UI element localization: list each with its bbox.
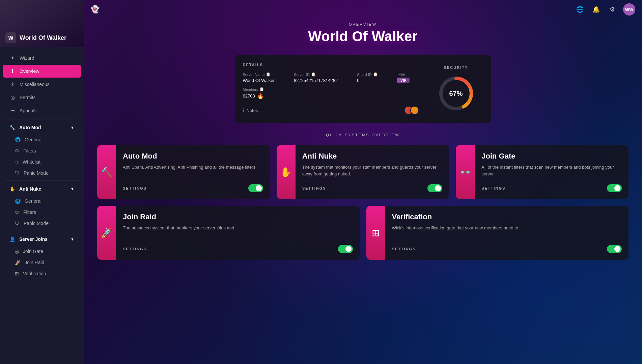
sidebar-section-anti-nuke[interactable]: ✋ Anti Nuke ▼ <box>3 183 81 195</box>
sidebar-item-auto-mod-panic[interactable]: 🛡 Panic Mode <box>3 168 81 178</box>
sidebar-section-auto-mod[interactable]: 🔧 Auto Mod ▼ <box>3 121 81 134</box>
fire-icon: 🔥 <box>257 93 264 99</box>
join-raid-toggle[interactable] <box>338 245 353 253</box>
join-raid-footer: SETTINGS <box>123 245 353 253</box>
join-raid-name: Join Raid <box>123 213 353 221</box>
page-content: OVERVIEW World Of Walker DETAILS Server … <box>84 19 642 364</box>
sidebar-section-server-joins[interactable]: 👤 Server Joins ▼ <box>3 233 81 245</box>
wizard-icon: ✦ <box>9 55 16 61</box>
sidebar-item-miscellaneous[interactable]: ✳ Miscellaneous <box>3 78 81 91</box>
copy-icon[interactable]: 📋 <box>266 72 271 77</box>
hammer-icon: 🔨 <box>101 167 113 178</box>
details-right: SECURITY 67% <box>429 63 483 115</box>
globe-icon: 🌐 <box>15 198 21 204</box>
sidebar-item-wizard[interactable]: ✦ Wizard <box>3 52 81 64</box>
notes-avatars <box>404 106 419 115</box>
anti-nuke-body: Anti Nuke The system that monitors your … <box>296 145 449 199</box>
sidebar-logo: W <box>5 32 16 43</box>
details-card: DETAILS Server Name 📋 World Of Walker Se… <box>235 55 491 123</box>
copy-icon[interactable]: 📋 <box>259 87 264 91</box>
sidebar-item-overview[interactable]: ℹ Overview <box>3 65 81 78</box>
copy-icon[interactable]: 📋 <box>373 72 378 77</box>
chevron-down-icon: ▼ <box>71 187 74 191</box>
details-left: DETAILS Server Name 📋 World Of Walker Se… <box>243 63 419 115</box>
join-gate-body: Join Gate All of the instant filters tha… <box>475 145 629 199</box>
filters-icon: ⚙ <box>15 209 19 215</box>
details-grid: Server Name 📋 World Of Walker Server ID … <box>243 72 419 83</box>
verification-settings-label: SETTINGS <box>392 247 416 251</box>
toggle-knob <box>256 185 262 191</box>
sidebar-item-join-gate[interactable]: ◎ Join Gate <box>3 246 81 257</box>
systems-grid: 🔨 Auto Mod Anti Spam, Anti Advertising, … <box>97 145 629 199</box>
server-id-label: Server ID 📋 <box>294 72 347 77</box>
sidebar-item-verification[interactable]: ⊞ Verification <box>3 268 81 279</box>
sidebar-item-join-raid[interactable]: 🚀 Join Raid <box>3 257 81 268</box>
verification-name: Verification <box>392 213 622 221</box>
settings-icon[interactable]: ⚙ <box>607 4 618 15</box>
hand-icon: ✋ <box>280 167 292 178</box>
svg-text:WW: WW <box>625 7 634 12</box>
verification-accent: ⊞ <box>366 206 385 260</box>
verification-desc: Wick's infamous verification gate that y… <box>392 225 622 231</box>
system-card-join-raid: 🚀 Join Raid The advanced system that mon… <box>97 206 360 260</box>
ghost-icon: 👻 <box>90 5 100 14</box>
systems-grid-2: 🚀 Join Raid The advanced system that mon… <box>97 206 629 260</box>
toggle-knob <box>614 185 620 191</box>
server-name-label: Server Name 📋 <box>243 72 284 77</box>
server-name-value: World Of Walker <box>243 78 284 83</box>
join-raid-desc: The advanced system that monitors your s… <box>123 225 353 231</box>
system-card-verification: ⊞ Verification Wick's infamous verificat… <box>366 206 629 260</box>
join-gate-footer: SETTINGS <box>481 184 622 192</box>
sidebar-item-auto-mod-whitelist[interactable]: ◇ Whitelist <box>3 157 81 167</box>
join-raid-body: Join Raid The advanced system that monit… <box>116 206 360 260</box>
type-value: VIP <box>397 78 419 83</box>
sidebar-nav: ✦ Wizard ℹ Overview ✳ Miscellaneous ◎ Pe… <box>0 47 84 364</box>
system-card-auto-mod: 🔨 Auto Mod Anti Spam, Anti Advertising, … <box>97 145 270 199</box>
security-percent: 67% <box>449 90 463 97</box>
sidebar-server-name: World Of Walker <box>20 34 66 41</box>
anti-nuke-footer: SETTINGS <box>302 184 443 192</box>
person-icon: 👤 <box>9 236 15 242</box>
bell-icon[interactable]: 🔔 <box>591 4 602 15</box>
auto-mod-icon: 🔧 <box>9 125 15 130</box>
members-label: Members 📋 <box>243 87 264 91</box>
join-gate-accent: 👓 <box>456 145 475 199</box>
main-content: 👻 🌐 🔔 ⚙ WW OVERVIEW World Of Walker DETA… <box>84 0 642 364</box>
system-card-join-gate: 👓 Join Gate All of the instant filters t… <box>456 145 629 199</box>
appeals-icon: ☰ <box>9 108 16 114</box>
rocket-icon: 🚀 <box>101 227 113 239</box>
join-raid-settings-label: SETTINGS <box>123 247 147 251</box>
sidebar-item-anti-nuke-general[interactable]: 🌐 General <box>3 196 81 206</box>
permits-icon: ◎ <box>9 94 16 101</box>
join-gate-toggle[interactable] <box>607 184 622 192</box>
system-card-anti-nuke: ✋ Anti Nuke The system that monitors you… <box>277 145 449 199</box>
anti-nuke-desc: The system that monitors your staff memb… <box>302 164 443 177</box>
shard-id-value: 0 <box>357 78 387 83</box>
page-subtitle: OVERVIEW <box>97 22 629 26</box>
sidebar-item-anti-nuke-filters[interactable]: ⚙ Filters <box>3 207 81 218</box>
anti-nuke-settings-label: SETTINGS <box>302 186 326 190</box>
sidebar-item-auto-mod-general[interactable]: 🌐 General <box>3 134 81 145</box>
verification-toggle[interactable] <box>607 245 622 253</box>
sidebar-item-auto-mod-filters[interactable]: ⚙ Filters <box>3 145 81 156</box>
chevron-down-icon: ▼ <box>71 237 74 241</box>
type-label: Type <box>397 72 419 76</box>
verification-body: Verification Wick's infamous verificatio… <box>385 206 629 260</box>
anti-nuke-toggle[interactable] <box>427 184 442 192</box>
shard-id-label: Shard ID 📋 <box>357 72 387 77</box>
globe-icon: 🌐 <box>15 137 21 142</box>
join-gate-name: Join Gate <box>481 152 622 161</box>
auto-mod-toggle[interactable] <box>248 184 263 192</box>
user-avatar[interactable]: WW <box>623 3 635 16</box>
join-raid-accent: 🚀 <box>97 206 116 260</box>
globe-icon[interactable]: 🌐 <box>575 4 585 15</box>
whitelist-icon: ◇ <box>15 159 19 165</box>
verification-icon: ⊞ <box>15 271 19 276</box>
sidebar-banner: W World Of Walker <box>0 0 84 47</box>
info-icon: ℹ <box>243 108 245 113</box>
topbar: 👻 🌐 🔔 ⚙ WW <box>84 0 642 19</box>
sidebar-item-appeals[interactable]: ☰ Appeals <box>3 104 81 117</box>
sidebar-item-anti-nuke-panic[interactable]: 🛡 Panic Mode <box>3 218 81 229</box>
copy-icon[interactable]: 📋 <box>311 72 316 77</box>
sidebar-item-permits[interactable]: ◎ Permits <box>3 91 81 104</box>
